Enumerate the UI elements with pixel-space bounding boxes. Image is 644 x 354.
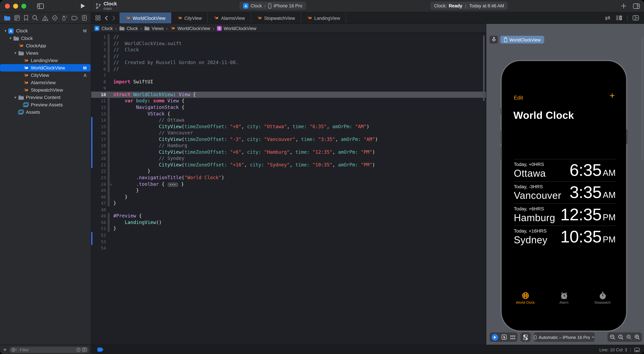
code-line-22[interactable]: 22 } [91, 168, 486, 175]
tree-item-views[interactable]: ▼Views [0, 49, 91, 57]
code-line-52[interactable]: 52 [91, 232, 486, 239]
editor-layout-icon[interactable] [634, 347, 640, 352]
swap-editors-icon[interactable] [604, 16, 611, 20]
add-file-icon[interactable]: + [3, 346, 7, 353]
code-fold-ribbon[interactable] [108, 200, 110, 207]
run-button[interactable] [80, 3, 85, 9]
code-fold-ribbon[interactable] [108, 53, 110, 60]
tree-item-landingview[interactable]: LandingView [0, 57, 91, 64]
issues-navigator-icon[interactable] [42, 15, 48, 21]
edit-button[interactable]: Edit [514, 95, 523, 101]
code-line-4[interactable]: 4// [91, 53, 486, 60]
scheme-selector[interactable]: A Clock › iPhone 16 Pro [240, 2, 306, 10]
zoom-fit-icon[interactable] [626, 334, 632, 340]
editor-scrollbar[interactable] [483, 36, 485, 101]
zoom-window-button[interactable] [21, 4, 26, 9]
tree-item-preview-content[interactable]: ▼Preview Content [0, 94, 91, 101]
code-line-7[interactable]: 7 [91, 73, 486, 79]
code-fold-ribbon[interactable] [108, 213, 110, 219]
preview-device-tab[interactable]: WorldClockView [500, 36, 544, 44]
breakpoints-navigator-icon[interactable] [72, 16, 78, 20]
code-line-3[interactable]: 3// Clock [91, 47, 486, 53]
code-line-1[interactable]: 1// [91, 34, 486, 41]
go-back-icon[interactable] [105, 16, 108, 20]
code-line-54[interactable]: 54 [91, 245, 486, 251]
tree-item-cityview[interactable]: CityViewA [0, 72, 91, 79]
code-line-6[interactable]: 6// [91, 66, 486, 73]
device-settings-icon[interactable] [523, 334, 528, 340]
code-fold-ribbon[interactable] [108, 130, 110, 136]
add-toolbar-item-icon[interactable] [621, 3, 626, 9]
code-fold-ribbon[interactable] [108, 156, 110, 162]
code-line-23[interactable]: 23 .navigationTitle("World Clock") [91, 175, 486, 181]
code-line-50[interactable]: 50 LandingView() [91, 219, 486, 226]
reports-navigator-icon[interactable] [82, 15, 87, 21]
find-navigator-icon[interactable] [32, 15, 38, 21]
filter-field[interactable] [10, 346, 89, 353]
code-fold-ribbon[interactable] [108, 111, 110, 117]
code-line-5[interactable]: 5// Created by Russell Gordon on 2024-11… [91, 60, 486, 66]
code-line-47[interactable]: 47} [91, 200, 486, 207]
breakpoint-tag-icon[interactable] [97, 348, 104, 352]
tree-item-preview-assets[interactable]: Preview Assets [0, 101, 91, 108]
project-navigator-navigator-icon[interactable] [4, 15, 10, 21]
code-fold-ribbon[interactable] [108, 194, 110, 200]
breadcrumb-item[interactable]: Clock [119, 26, 138, 31]
canvas-scrollbar[interactable] [642, 37, 643, 160]
tree-item-stopwatchview[interactable]: StopwatchView [0, 86, 91, 94]
variants-mode-icon[interactable] [510, 335, 516, 339]
live-preview-button[interactable] [492, 334, 498, 340]
code-line-48[interactable]: 48 [91, 207, 486, 213]
activity-status[interactable]: Clock: Ready | Today at 8:46 AM [430, 2, 508, 10]
add-editor-icon[interactable] [632, 15, 639, 21]
editor-tab-worldclockview[interactable]: WorldClockView [120, 12, 171, 23]
bookmarks-navigator-icon[interactable] [24, 15, 28, 21]
tree-item-alarmsview[interactable]: AlarmsView [0, 79, 91, 86]
fold-disclosure-icon[interactable]: › [110, 181, 112, 187]
city-row-vancouver[interactable]: Today, -3HRS Vancouver 3:35AM [514, 181, 616, 203]
jump-bar[interactable]: AClock›Clock›Views›WorldClockView›SWorld… [91, 24, 486, 33]
code-line-17[interactable]: 17 CityView(timeZoneOffset: "-3", city: … [91, 136, 486, 143]
code-line-20[interactable]: 20 // Syndey [91, 156, 486, 162]
filter-input[interactable] [19, 347, 75, 352]
editor-tab-cityview[interactable]: CityView [171, 12, 208, 23]
disclosure-chevron-icon[interactable]: ▼ [13, 96, 18, 99]
code-fold-ribbon[interactable] [108, 181, 110, 187]
code-line-49[interactable]: 49#Preview { [91, 213, 486, 219]
preview-device-picker[interactable]: Automatic – iPhone 16 Pro [534, 332, 595, 342]
code-fold-ribbon[interactable] [108, 124, 110, 130]
code-fold-ribbon[interactable] [108, 162, 110, 168]
tests-navigator-icon[interactable] [52, 15, 58, 21]
line-col-indicator[interactable]: Line: 10 Col: 3 [600, 347, 627, 352]
code-fold-ribbon[interactable] [108, 149, 110, 156]
tab-overview-icon[interactable] [95, 15, 100, 21]
source-control-navigator-icon[interactable] [14, 15, 20, 21]
code-fold-ribbon[interactable] [108, 143, 110, 149]
breadcrumb-item[interactable]: WorldClockView [170, 26, 210, 31]
editor-tab-stopwatchview[interactable]: StopwatchView [251, 12, 301, 23]
toggle-inspector-icon[interactable] [633, 3, 640, 9]
breadcrumb-item[interactable]: AClock [94, 26, 113, 31]
code-fold-ribbon[interactable] [108, 117, 110, 124]
tree-item-assets[interactable]: Assets [0, 109, 91, 116]
code-line-19[interactable]: 19 CityView(timeZoneOffset: "+6", city: … [91, 149, 486, 156]
breadcrumb-item[interactable]: Views [144, 26, 164, 31]
editor-tab-alarmsview[interactable]: AlarmsView [208, 12, 251, 23]
code-fold-ribbon[interactable] [108, 60, 110, 66]
minimize-window-button[interactable] [13, 4, 18, 9]
code-fold-ribbon[interactable] [108, 175, 110, 181]
code-fold-ribbon[interactable] [108, 136, 110, 143]
zoom-100-icon[interactable]: 1 [618, 334, 623, 340]
breadcrumb-item[interactable]: SWorldClockView [217, 26, 256, 31]
pin-preview-button[interactable] [490, 36, 498, 44]
code-line-11[interactable]: 11 var body: some View { [91, 98, 486, 104]
tree-item-clockapp[interactable]: ClockApp [0, 42, 91, 49]
code-line-16[interactable]: 16 // Vancouver [91, 130, 486, 136]
code-line-13[interactable]: 13 VStack { [91, 111, 486, 117]
code-fold-ribbon[interactable] [108, 168, 110, 175]
phone-tab-alarm[interactable]: Alarm [552, 292, 576, 304]
city-row-ottawa[interactable]: Today, +0HRS Ottawa 6:35AM [514, 159, 616, 181]
active-project-indicator[interactable]: Clock main [96, 1, 117, 11]
phone-tab-world-clock[interactable]: World Clock [514, 292, 537, 304]
code-line-2[interactable]: 2// WorldClockView.swift [91, 41, 486, 47]
